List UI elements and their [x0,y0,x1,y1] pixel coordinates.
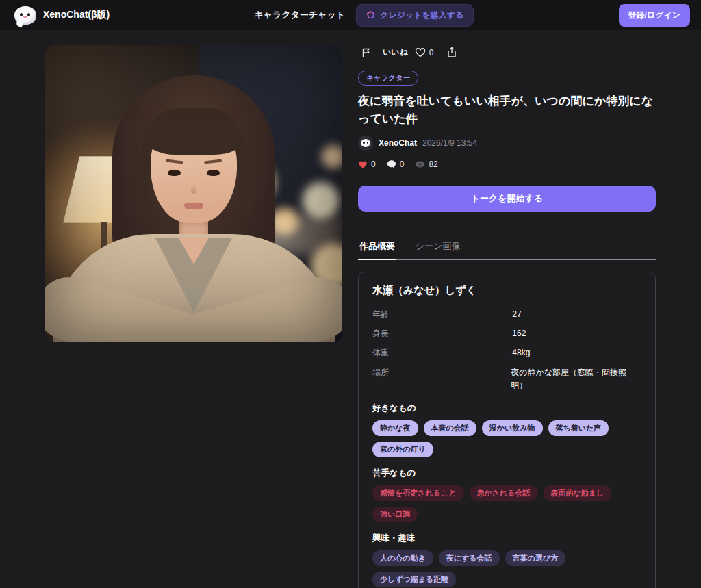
character-card: 水瀬（みなせ）しずく 年齢 27 身長 162 体重 48kg 場所 夜の静かな… [358,272,656,588]
avatar-eye [363,142,365,144]
like-tag: 静かな夜 [372,420,418,436]
gem-icon [366,11,375,20]
author-row: XenoChat 2026/1/9 13:54 [358,136,656,151]
attribute-row: 場所 夜の静かな部屋（窓際・間接照明） [372,366,641,392]
like-button[interactable]: 0 [415,47,434,57]
heart-filled-icon [358,160,368,169]
interest-tag: 言葉の選び方 [505,550,566,566]
like-label[interactable]: いいね [383,47,408,58]
report-flag-button[interactable] [361,47,372,58]
brand[interactable]: XenoChat(β版) [14,4,110,26]
attribute-value: 夜の静かな部屋（窓際・間接照明） [511,366,641,392]
start-talk-button[interactable]: トークを開始する [358,186,656,212]
comments-count: 0 [400,159,405,169]
tab-scene-images[interactable]: シーン画像 [414,240,462,259]
interest-tag: 夜にする会話 [439,550,500,566]
category-badge: キャラクター [358,71,418,86]
likes-tags: 静かな夜 本音の会話 温かい飲み物 落ち着いた声 窓の外の灯り [372,420,641,457]
comments-stat: 0 [387,159,405,169]
left-column [45,45,342,588]
attribute-label: 体重 [372,346,512,359]
buy-credits-button[interactable]: クレジットを購入する [356,4,474,27]
heart-outline-icon [415,47,426,57]
tabs: 作品概要 シーン画像 [358,240,656,260]
portrait-vignette [45,45,342,342]
author-name[interactable]: XenoChat [379,138,417,148]
hearts-stat: 0 [358,159,376,169]
post-title: 夜に弱音を吐いてもいい相手が、いつの間にか特別になっていた件 [358,92,656,127]
attribute-row: 年齢 27 [372,308,641,321]
buy-credits-label: クレジットを購入する [380,10,463,21]
dislike-tag: 感情を否定されること [372,485,464,501]
attribute-row: 身長 162 [372,327,641,340]
character-portrait [45,45,342,342]
author-avatar[interactable] [358,136,373,151]
dislike-tag: 表面的な励まし [544,485,612,501]
tab-overview[interactable]: 作品概要 [358,240,396,260]
dislikes-tags: 感情を否定されること 急かされる会話 表面的な励まし 強い口調 [372,485,641,522]
panda-bubble-tail [16,21,23,27]
dislikes-heading: 苦手なもの [372,468,641,479]
attribute-label: 身長 [372,327,512,340]
avatar-eye [367,142,369,144]
nav-character-chat[interactable]: キャラクターチャット [254,9,345,21]
like-tag: 落ち着いた声 [548,420,609,436]
share-icon [446,47,457,58]
attribute-label: 年齢 [372,308,512,321]
like-tag: 本音の会話 [424,420,476,436]
eye-icon [415,160,425,168]
views-stat: 82 [415,159,437,169]
panda-logo-icon [14,4,37,26]
interest-tag: 少しずつ縮まる距離 [372,572,456,587]
hearts-count: 0 [371,159,376,169]
main-content: いいね 0 キャラクター 夜に弱音を吐いてもいい相手が、いつの間にか特別になって… [0,30,701,588]
flag-icon [361,47,372,58]
login-button[interactable]: 登録/ログイン [619,4,690,27]
post-date: 2026/1/9 13:54 [422,138,477,148]
right-column: いいね 0 キャラクター 夜に弱音を吐いてもいい相手が、いつの間にか特別になって… [358,45,656,588]
likes-heading: 好きなもの [372,402,641,414]
brand-name: XenoChat(β版) [43,9,110,21]
attribute-value: 48kg [512,346,530,359]
character-name: 水瀬（みなせ）しずく [372,284,641,297]
app-header: XenoChat(β版) キャラクターチャット クレジットを購入する 登録/ログ… [0,0,701,30]
like-tag: 温かい飲み物 [482,420,543,436]
attribute-row: 体重 48kg [372,346,641,359]
interest-tag: 人の心の動き [372,550,433,566]
interests-heading: 興味・趣味 [372,533,641,544]
action-row: いいね 0 [358,45,656,60]
interests-tags: 人の心の動き 夜にする会話 言葉の選び方 少しずつ縮まる距離 [372,550,641,587]
like-count: 0 [429,48,434,57]
share-button[interactable] [446,47,457,58]
attribute-value: 27 [512,308,521,321]
stats-row: 0 0 82 [358,159,656,169]
comment-icon [387,159,396,169]
attribute-label: 場所 [372,366,511,392]
dislike-tag: 強い口調 [372,507,418,522]
dislike-tag: 急かされる会話 [470,485,538,501]
views-count: 82 [429,159,437,169]
attribute-value: 162 [512,327,526,340]
like-tag: 窓の外の灯り [372,442,433,457]
